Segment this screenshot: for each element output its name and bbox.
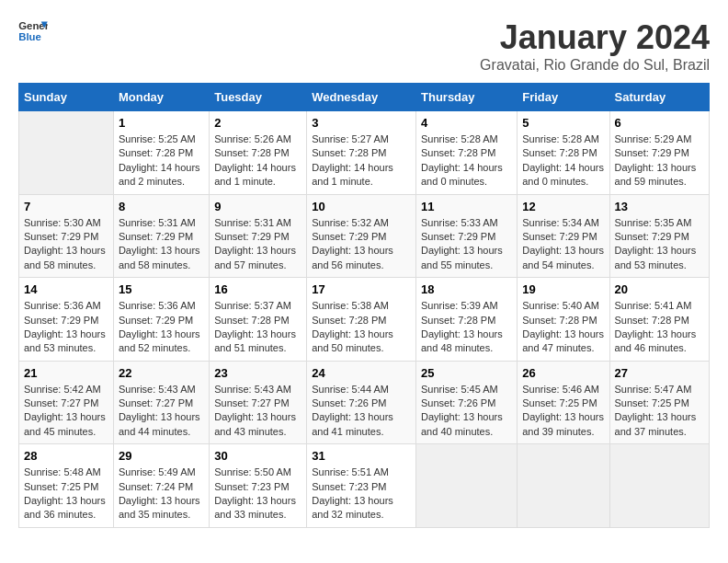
cell-info: Sunrise: 5:35 AM Sunset: 7:29 PM Dayligh…: [615, 216, 704, 273]
day-number: 13: [615, 200, 704, 213]
cell-info: Sunrise: 5:31 AM Sunset: 7:29 PM Dayligh…: [214, 216, 301, 273]
cell-info: Sunrise: 5:42 AM Sunset: 7:27 PM Dayligh…: [24, 383, 108, 440]
day-number: 18: [421, 282, 512, 296]
header: General Blue January 2024 Gravatai, Rio …: [18, 18, 710, 74]
svg-text:Blue: Blue: [18, 31, 41, 42]
cell-info: Sunrise: 5:29 AM Sunset: 7:29 PM Dayligh…: [615, 132, 704, 190]
cell-info: Sunrise: 5:43 AM Sunset: 7:27 PM Dayligh…: [214, 383, 301, 440]
day-number: 29: [119, 449, 204, 463]
calendar-cell: 26Sunrise: 5:46 AM Sunset: 7:25 PM Dayli…: [518, 361, 609, 444]
cell-info: Sunrise: 5:45 AM Sunset: 7:26 PM Dayligh…: [421, 383, 512, 440]
cell-info: Sunrise: 5:39 AM Sunset: 7:28 PM Dayligh…: [421, 299, 512, 356]
day-number: 27: [615, 366, 704, 380]
cell-info: Sunrise: 5:40 AM Sunset: 7:28 PM Dayligh…: [522, 299, 604, 356]
calendar-cell: 5Sunrise: 5:28 AM Sunset: 7:28 PM Daylig…: [518, 111, 609, 195]
cell-info: Sunrise: 5:26 AM Sunset: 7:28 PM Dayligh…: [214, 132, 301, 190]
calendar-cell: 23Sunrise: 5:43 AM Sunset: 7:27 PM Dayli…: [210, 361, 307, 444]
logo-icon: General Blue: [18, 18, 48, 44]
cell-info: Sunrise: 5:33 AM Sunset: 7:29 PM Dayligh…: [421, 216, 512, 273]
day-number: 9: [214, 200, 301, 213]
calendar-cell: 2Sunrise: 5:26 AM Sunset: 7:28 PM Daylig…: [210, 111, 307, 195]
calendar-week-row: 1Sunrise: 5:25 AM Sunset: 7:28 PM Daylig…: [19, 111, 710, 195]
day-number: 8: [119, 200, 204, 213]
calendar-cell: 4Sunrise: 5:28 AM Sunset: 7:28 PM Daylig…: [416, 111, 518, 195]
calendar-cell: 31Sunrise: 5:51 AM Sunset: 7:23 PM Dayli…: [307, 444, 416, 528]
day-number: 20: [615, 282, 704, 296]
main-title: January 2024: [480, 18, 710, 57]
calendar-cell: 1Sunrise: 5:25 AM Sunset: 7:28 PM Daylig…: [113, 111, 209, 195]
cell-info: Sunrise: 5:34 AM Sunset: 7:29 PM Dayligh…: [522, 216, 604, 273]
calendar-cell: 12Sunrise: 5:34 AM Sunset: 7:29 PM Dayli…: [518, 194, 609, 278]
day-number: 15: [119, 282, 204, 296]
calendar-cell: 22Sunrise: 5:43 AM Sunset: 7:27 PM Dayli…: [113, 361, 209, 444]
calendar-cell: 6Sunrise: 5:29 AM Sunset: 7:29 PM Daylig…: [609, 111, 709, 195]
calendar-cell: 10Sunrise: 5:32 AM Sunset: 7:29 PM Dayli…: [307, 194, 416, 278]
day-number: 7: [24, 200, 108, 213]
day-number: 31: [312, 449, 411, 463]
weekday-header: Friday: [518, 84, 609, 111]
weekday-header-row: SundayMondayTuesdayWednesdayThursdayFrid…: [19, 84, 710, 111]
day-number: 25: [421, 366, 512, 380]
day-number: 4: [421, 116, 512, 130]
cell-info: Sunrise: 5:37 AM Sunset: 7:28 PM Dayligh…: [214, 299, 301, 356]
logo: General Blue: [18, 18, 48, 44]
day-number: 5: [522, 116, 604, 130]
calendar-cell: 21Sunrise: 5:42 AM Sunset: 7:27 PM Dayli…: [19, 361, 114, 444]
calendar-cell: 14Sunrise: 5:36 AM Sunset: 7:29 PM Dayli…: [19, 278, 114, 362]
calendar-week-row: 14Sunrise: 5:36 AM Sunset: 7:29 PM Dayli…: [19, 278, 710, 362]
calendar-cell: [609, 444, 709, 528]
day-number: 17: [312, 282, 411, 296]
calendar-cell: 24Sunrise: 5:44 AM Sunset: 7:26 PM Dayli…: [307, 361, 416, 444]
day-number: 23: [214, 366, 301, 380]
calendar-cell: 16Sunrise: 5:37 AM Sunset: 7:28 PM Dayli…: [210, 278, 307, 362]
calendar-week-row: 21Sunrise: 5:42 AM Sunset: 7:27 PM Dayli…: [19, 361, 710, 444]
cell-info: Sunrise: 5:41 AM Sunset: 7:28 PM Dayligh…: [615, 299, 704, 356]
calendar-cell: 9Sunrise: 5:31 AM Sunset: 7:29 PM Daylig…: [210, 194, 307, 278]
day-number: 28: [24, 449, 108, 463]
calendar-cell: 13Sunrise: 5:35 AM Sunset: 7:29 PM Dayli…: [609, 194, 709, 278]
day-number: 16: [214, 282, 301, 296]
calendar-cell: 17Sunrise: 5:38 AM Sunset: 7:28 PM Dayli…: [307, 278, 416, 362]
day-number: 3: [312, 116, 411, 130]
day-number: 26: [522, 366, 604, 380]
cell-info: Sunrise: 5:51 AM Sunset: 7:23 PM Dayligh…: [312, 465, 411, 523]
cell-info: Sunrise: 5:43 AM Sunset: 7:27 PM Dayligh…: [119, 383, 204, 440]
day-number: 19: [522, 282, 604, 296]
cell-info: Sunrise: 5:25 AM Sunset: 7:28 PM Dayligh…: [119, 132, 204, 190]
cell-info: Sunrise: 5:44 AM Sunset: 7:26 PM Dayligh…: [312, 383, 411, 440]
cell-info: Sunrise: 5:27 AM Sunset: 7:28 PM Dayligh…: [312, 132, 411, 190]
calendar-week-row: 7Sunrise: 5:30 AM Sunset: 7:29 PM Daylig…: [19, 194, 710, 278]
weekday-header: Tuesday: [210, 84, 307, 111]
day-number: 22: [119, 366, 204, 380]
title-section: January 2024 Gravatai, Rio Grande do Sul…: [480, 18, 710, 74]
cell-info: Sunrise: 5:36 AM Sunset: 7:29 PM Dayligh…: [24, 299, 108, 356]
calendar-table: SundayMondayTuesdayWednesdayThursdayFrid…: [18, 83, 710, 528]
calendar-cell: 18Sunrise: 5:39 AM Sunset: 7:28 PM Dayli…: [416, 278, 518, 362]
day-number: 12: [522, 200, 604, 213]
calendar-cell: 15Sunrise: 5:36 AM Sunset: 7:29 PM Dayli…: [113, 278, 209, 362]
cell-info: Sunrise: 5:38 AM Sunset: 7:28 PM Dayligh…: [312, 299, 411, 356]
day-number: 1: [119, 116, 204, 130]
weekday-header: Thursday: [416, 84, 518, 111]
calendar-week-row: 28Sunrise: 5:48 AM Sunset: 7:25 PM Dayli…: [19, 444, 710, 528]
calendar-cell: 3Sunrise: 5:27 AM Sunset: 7:28 PM Daylig…: [307, 111, 416, 195]
calendar-cell: 8Sunrise: 5:31 AM Sunset: 7:29 PM Daylig…: [113, 194, 209, 278]
calendar-cell: [19, 111, 114, 195]
weekday-header: Monday: [113, 84, 209, 111]
day-number: 30: [214, 449, 301, 463]
calendar-cell: 27Sunrise: 5:47 AM Sunset: 7:25 PM Dayli…: [609, 361, 709, 444]
calendar-cell: 28Sunrise: 5:48 AM Sunset: 7:25 PM Dayli…: [19, 444, 114, 528]
day-number: 6: [615, 116, 704, 130]
cell-info: Sunrise: 5:47 AM Sunset: 7:25 PM Dayligh…: [615, 383, 704, 440]
calendar-cell: 30Sunrise: 5:50 AM Sunset: 7:23 PM Dayli…: [210, 444, 307, 528]
weekday-header: Wednesday: [307, 84, 416, 111]
cell-info: Sunrise: 5:28 AM Sunset: 7:28 PM Dayligh…: [522, 132, 604, 190]
day-number: 11: [421, 200, 512, 213]
cell-info: Sunrise: 5:50 AM Sunset: 7:23 PM Dayligh…: [214, 465, 301, 523]
calendar-cell: 11Sunrise: 5:33 AM Sunset: 7:29 PM Dayli…: [416, 194, 518, 278]
calendar-cell: 29Sunrise: 5:49 AM Sunset: 7:24 PM Dayli…: [113, 444, 209, 528]
cell-info: Sunrise: 5:30 AM Sunset: 7:29 PM Dayligh…: [24, 216, 108, 273]
cell-info: Sunrise: 5:28 AM Sunset: 7:28 PM Dayligh…: [421, 132, 512, 190]
calendar-cell: [518, 444, 609, 528]
weekday-header: Sunday: [19, 84, 114, 111]
